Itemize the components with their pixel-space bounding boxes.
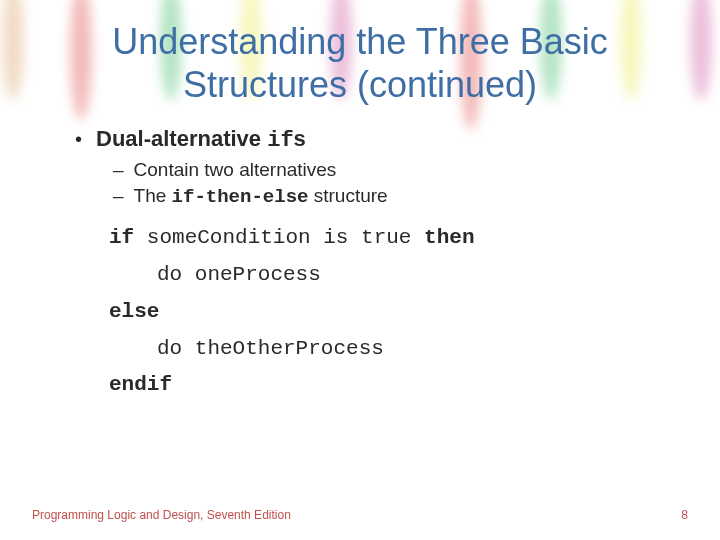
bullet-level2-text: Contain two alternatives	[134, 159, 337, 181]
slide-footer: Programming Logic and Design, Seventh Ed…	[32, 508, 688, 522]
text-run: Dual-alternative	[96, 126, 267, 151]
bullet-level2: – The if-then-else structure	[113, 185, 660, 208]
keyword: then	[424, 226, 474, 249]
bullet-level1-text: Dual-alternative ifs	[96, 126, 306, 153]
code-line: else	[109, 294, 660, 331]
code-line: if someCondition is true then	[109, 220, 660, 257]
text-run: s	[294, 126, 306, 151]
code-line: do theOtherProcess	[109, 331, 660, 368]
text-run: The	[134, 185, 172, 206]
bullet-dash-icon: –	[113, 159, 124, 181]
code-line: do oneProcess	[109, 257, 660, 294]
bullet-dash-icon: –	[113, 185, 124, 207]
code-text: someCondition is true	[134, 226, 424, 249]
code-run: if-then-else	[172, 186, 309, 208]
code-line: endif	[109, 367, 660, 404]
slide-body: • Dual-alternative ifs – Contain two alt…	[0, 116, 720, 404]
keyword: endif	[109, 373, 172, 396]
slide-title: Understanding the Three Basic Structures…	[0, 0, 720, 116]
bullet-level2: – Contain two alternatives	[113, 159, 660, 181]
keyword: else	[109, 300, 159, 323]
footer-text: Programming Logic and Design, Seventh Ed…	[32, 508, 291, 522]
pseudocode-block: if someCondition is true then do oneProc…	[109, 220, 660, 404]
code-run: if	[267, 128, 293, 153]
text-run: structure	[308, 185, 387, 206]
bullet-level2-text: The if-then-else structure	[134, 185, 388, 208]
keyword: if	[109, 226, 134, 249]
bullet-dot-icon: •	[75, 126, 82, 152]
bullet-level1: • Dual-alternative ifs	[75, 126, 660, 153]
page-number: 8	[681, 508, 688, 522]
